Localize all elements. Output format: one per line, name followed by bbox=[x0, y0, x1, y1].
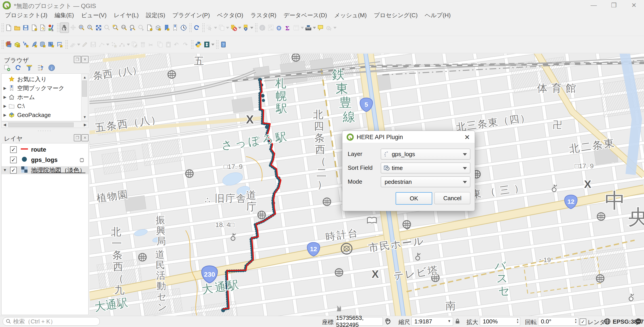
refresh-map-button[interactable] bbox=[192, 23, 201, 33]
menu-10[interactable]: プロセシング(C) bbox=[370, 10, 421, 20]
mode-combo[interactable]: pedestrian bbox=[381, 176, 470, 187]
browser-close-button[interactable]: ✕ bbox=[82, 56, 88, 63]
rotation-input[interactable]: 0.0°▲▼ bbox=[538, 317, 578, 326]
refresh-button[interactable] bbox=[14, 64, 22, 72]
zoom-out-button[interactable] bbox=[86, 23, 94, 33]
lock-scale-icon[interactable] bbox=[454, 318, 461, 325]
project-new-button[interactable] bbox=[4, 23, 13, 33]
select-by-location-dropdown[interactable] bbox=[250, 23, 254, 33]
panel-splitter[interactable]: ······ bbox=[38, 128, 52, 133]
open-attribute-table-dropdown[interactable] bbox=[300, 23, 304, 33]
paste-features-button[interactable] bbox=[164, 40, 173, 50]
help-button[interactable]: ? bbox=[219, 40, 228, 50]
show-statistics-button[interactable]: Σ bbox=[284, 23, 292, 33]
menu-3[interactable]: レイヤ(L) bbox=[110, 10, 142, 20]
zoom-next-button[interactable] bbox=[137, 23, 145, 33]
menu-0[interactable]: プロジェクト(J) bbox=[1, 10, 51, 20]
data-source-manager-button[interactable] bbox=[4, 40, 13, 50]
expand-arrow[interactable]: ▶ bbox=[2, 113, 8, 118]
new-virtual-layer-button[interactable] bbox=[56, 40, 64, 50]
menu-7[interactable]: ラスタ(R) bbox=[247, 10, 280, 20]
cancel-button[interactable]: Cancel bbox=[434, 192, 470, 204]
new-3d-map-view-button[interactable] bbox=[154, 23, 162, 33]
render-checkbox[interactable]: ✓ bbox=[580, 318, 586, 325]
menu-8[interactable]: データベース(D) bbox=[280, 10, 331, 20]
deselect-all-dropdown[interactable] bbox=[238, 23, 242, 33]
zoom-in-button[interactable] bbox=[77, 23, 86, 33]
dialog-close-icon[interactable]: ✕ bbox=[463, 133, 472, 142]
close-button[interactable]: ✕ bbox=[624, 0, 644, 10]
select-by-location-button[interactable] bbox=[242, 23, 250, 33]
menu-4[interactable]: 設定(S) bbox=[142, 10, 169, 20]
restore-button[interactable]: ❐ bbox=[604, 0, 624, 10]
layer-expand-arrow[interactable]: ▼ bbox=[2, 168, 8, 172]
menu-1[interactable]: 編集(E) bbox=[51, 10, 78, 20]
zoom-last-button[interactable] bbox=[128, 23, 137, 33]
add-selected-layer-button[interactable] bbox=[3, 64, 11, 72]
scale-combo[interactable]: 1:9187 ▼ bbox=[412, 317, 453, 326]
search-input[interactable]: 検索（Ctrl + K） bbox=[3, 317, 100, 326]
cut-features-button[interactable]: ✂ bbox=[147, 40, 156, 50]
expand-arrow[interactable]: ▶ bbox=[2, 86, 8, 90]
project-save-button[interactable] bbox=[22, 23, 30, 33]
new-shapefile-layer-button[interactable] bbox=[22, 40, 30, 50]
open-attribute-table-button[interactable] bbox=[292, 23, 300, 33]
save-layer-edits-button[interactable] bbox=[89, 40, 98, 50]
layer-row-gps_logs[interactable]: ✓gps_logs bbox=[2, 156, 88, 164]
identify-features-button[interactable]: i bbox=[258, 23, 266, 33]
pan-map-button[interactable] bbox=[60, 22, 69, 33]
browser-hscrollbar[interactable]: ◀ ▶ bbox=[1, 122, 88, 128]
digitize-segment-button[interactable] bbox=[98, 40, 106, 50]
vertex-tool-button[interactable] bbox=[118, 40, 126, 50]
delete-selected-button[interactable] bbox=[139, 40, 147, 50]
browser-float-button[interactable]: ❐ bbox=[74, 56, 81, 63]
minimize-button[interactable]: — bbox=[584, 0, 604, 10]
undo-button[interactable]: ↶ bbox=[173, 40, 181, 50]
menu-11[interactable]: ヘルプ(H) bbox=[421, 10, 454, 20]
menu-6[interactable]: ベクタ(O) bbox=[214, 10, 247, 20]
measure-line-dropdown[interactable] bbox=[312, 23, 316, 33]
select-features-button[interactable] bbox=[205, 23, 214, 33]
zoom-native-button[interactable]: 1:1 bbox=[120, 23, 128, 33]
extent-toggle-icon[interactable] bbox=[384, 318, 392, 325]
crs-globe-icon[interactable] bbox=[604, 318, 611, 325]
modify-attributes-button[interactable] bbox=[130, 40, 139, 50]
new-temporary-scratch-layer-button[interactable] bbox=[30, 40, 38, 50]
plugin-manager-button[interactable] bbox=[202, 40, 211, 50]
new-spatialite-layer-button[interactable] bbox=[38, 40, 47, 50]
collapse-all-button[interactable] bbox=[37, 64, 44, 72]
layer-checkbox[interactable]: ✓ bbox=[10, 167, 17, 174]
processing-toolbox-button[interactable]: ⚙ bbox=[275, 23, 284, 33]
browser-item-2[interactable]: ▶ホーム bbox=[2, 93, 88, 101]
toggle-editing-button[interactable] bbox=[80, 40, 89, 50]
temporal-controller-button[interactable] bbox=[179, 23, 188, 33]
statistical-summary-button[interactable] bbox=[266, 23, 275, 33]
zoom-to-selection-button[interactable] bbox=[103, 23, 111, 33]
show-spatial-bookmarks-button[interactable] bbox=[171, 23, 179, 33]
processing-run-dropdown[interactable] bbox=[333, 23, 337, 33]
memory-layer-indicator-icon[interactable] bbox=[78, 157, 85, 164]
vertex-tool-dropdown[interactable] bbox=[126, 40, 130, 50]
layer-checkbox[interactable]: ✓ bbox=[10, 146, 17, 153]
style-manager-button[interactable]: a bbox=[47, 23, 56, 33]
new-print-layout-button[interactable] bbox=[30, 23, 38, 33]
deselect-all-button[interactable] bbox=[230, 23, 238, 33]
sort-field-combo[interactable]: time bbox=[381, 162, 470, 173]
select-features-by-value-dropdown[interactable] bbox=[226, 23, 230, 33]
ok-button[interactable]: OK bbox=[396, 192, 432, 205]
layers-float-button[interactable]: ❐ bbox=[74, 134, 81, 141]
pan-to-selection-button[interactable] bbox=[69, 23, 77, 33]
menu-2[interactable]: ビュー(V) bbox=[78, 10, 110, 20]
menu-5[interactable]: プラグイン(P) bbox=[169, 10, 214, 20]
plugin-manager-dropdown[interactable] bbox=[211, 40, 215, 50]
layers-close-button[interactable]: ✕ bbox=[82, 134, 88, 141]
redo-button[interactable]: ↷ bbox=[181, 40, 190, 50]
expand-arrow[interactable]: ▶ bbox=[2, 95, 8, 100]
select-features-by-value-button[interactable] bbox=[217, 23, 226, 33]
digitize-segment-dropdown[interactable] bbox=[106, 40, 110, 50]
magnifier-input[interactable]: 100%▲▼ bbox=[480, 317, 520, 326]
properties-button[interactable]: i bbox=[48, 64, 56, 72]
select-features-dropdown[interactable] bbox=[214, 23, 217, 33]
layout-manager-button[interactable] bbox=[38, 23, 47, 33]
new-mesh-layer-button[interactable] bbox=[47, 40, 56, 50]
